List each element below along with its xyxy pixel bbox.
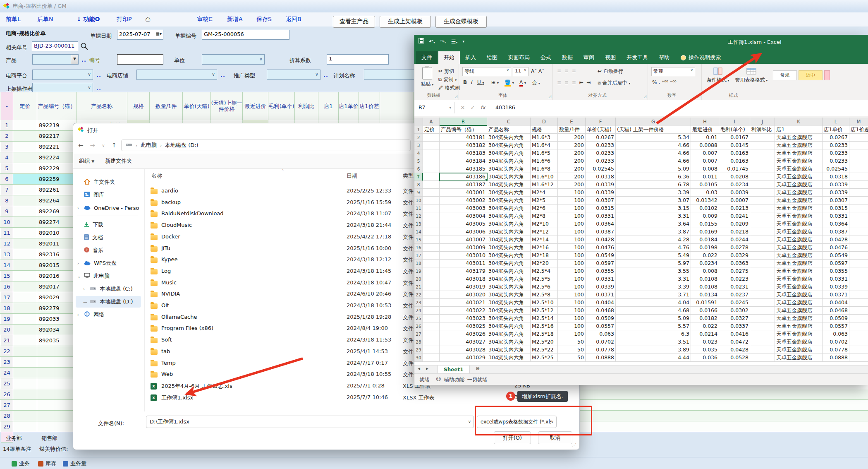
erp-grid-cell[interactable] [13,206,37,216]
cell-K12[interactable]: 天卓五金旗舰店 [775,212,823,220]
erp-grid-cell[interactable]: 892264 [37,195,77,206]
erp-grid-header-cell[interactable]: 最近进价 [243,92,268,120]
action-button-1[interactable]: 生成上架模板 [380,16,431,28]
format-painter-button[interactable]: 🖉 格式刷 [438,84,460,91]
cell-L30[interactable]: 0.0888 [823,354,849,362]
menu-item-2[interactable]: ↓ 功能O [77,16,100,23]
cell-K11[interactable]: 天卓五金旗舰店 [775,204,823,212]
cell-E14[interactable]: 100 [558,228,586,236]
cell-I26[interactable]: 0.0337 [719,322,750,330]
column-header-H[interactable]: H [691,118,719,126]
cell-J16[interactable] [750,244,775,252]
cell-G3[interactable]: 4.66 [616,142,691,149]
row-header-1[interactable]: 1 [414,126,423,134]
erp-row-number[interactable]: 22 [1,346,13,356]
cell-F6[interactable]: 0.02545 [586,165,616,173]
cell-K22[interactable]: 天卓五金旗舰店 [775,291,823,299]
cell-J12[interactable] [750,212,775,220]
row-header-19[interactable]: 19 [414,267,423,275]
cell-F17[interactable]: 0.0549 [586,252,616,260]
column-header-B[interactable]: B [440,118,487,126]
ribbon-tab-帮助[interactable]: 帮助 [653,51,675,64]
cell-F27[interactable]: 0.063 [586,330,616,338]
cell-E11[interactable]: 100 [558,204,586,212]
cell-L20[interactable]: 0.0331 [823,275,849,283]
erp-grid-cell[interactable] [37,411,77,421]
menu-item-0[interactable]: 前单L [6,16,21,23]
erp-grid-cell[interactable] [37,421,77,432]
erp-grid-cell[interactable] [37,357,77,367]
cell-K1[interactable]: 店1 [775,126,823,134]
font-launcher-icon[interactable]: ◿ [548,94,551,99]
save-icon[interactable] [418,38,424,45]
cell-E15[interactable]: 100 [558,236,586,244]
number-format-select[interactable]: 常规∨ [651,67,695,76]
cell-H19[interactable]: 0.008 [691,267,719,275]
erp-grid-cell[interactable]: 892015 [37,260,77,270]
row-header-14[interactable]: 14 [414,228,423,236]
cell-B28[interactable]: 403027 [440,338,487,346]
cell-I24[interactable]: 0.0302 [719,307,750,315]
ribbon-tab-开发工具[interactable]: 开发工具 [621,51,653,64]
erp-grid-cell[interactable]: 892259 [37,174,77,184]
column-header-M[interactable]: M [849,118,868,126]
undo-icon[interactable]: ↶▾ [429,38,435,45]
erp-grid-cell[interactable] [13,346,37,356]
row-header-11[interactable]: 11 [414,204,423,212]
erp-grid-cell[interactable]: 892279 [37,303,77,313]
cell-M20[interactable] [849,275,868,283]
open-button[interactable]: 打开(O) [494,431,531,444]
erp-grid-cell[interactable] [13,217,37,227]
cell-E13[interactable]: 100 [558,220,586,228]
row-header-17[interactable]: 17 [414,252,423,260]
shop-more[interactable]: .. [220,72,225,78]
cell-K4[interactable]: 天卓五金旗舰店 [775,149,823,157]
cell-F2[interactable]: 0.0267 [586,134,616,142]
cell-B19[interactable]: 403179 [440,267,487,275]
row-header-23[interactable]: 23 [414,299,423,307]
cell-E10[interactable]: 100 [558,197,586,204]
platform-more[interactable]: .. [96,72,101,78]
cell-E2[interactable]: 200 [558,134,586,142]
cell-J13[interactable] [750,220,775,228]
cell-L16[interactable]: 0.0476 [823,244,849,252]
cell-D28[interactable]: M2.5*20 [531,338,558,346]
back-icon[interactable]: ← [78,142,84,149]
paste-button[interactable]: 粘贴 ▾ [418,66,437,93]
cell-J28[interactable] [750,338,775,346]
ref-input[interactable]: BJD-23-000011 [32,41,78,51]
cell-D3[interactable]: M1.6*4 [531,142,558,149]
erp-grid-cell[interactable] [13,421,37,432]
cell-J30[interactable] [750,354,775,362]
number-launcher-icon[interactable]: ◿ [697,94,700,99]
cell-style-moderate[interactable]: 适中 [799,70,823,80]
erp-grid-cell[interactable] [13,378,37,389]
erp-grid-header-cell[interactable]: 店1价差 [359,92,380,120]
cell-L3[interactable]: 0.0233 [823,142,849,149]
cell-B23[interactable]: 403021 [440,299,487,307]
cell-J17[interactable] [750,252,775,260]
cell-D12[interactable]: M2*8 [531,212,558,220]
cell-F30[interactable]: 0.0888 [586,354,616,362]
cell-L12[interactable]: 0.0331 [823,212,849,220]
cell-C1[interactable]: 产品名称 [487,126,531,134]
cell-B17[interactable]: 403010 [440,252,487,260]
erp-row-number[interactable]: 6 [1,174,13,184]
cell-D29[interactable]: M2.5*22 [531,346,558,354]
row-header-4[interactable]: 4 [414,149,423,157]
cell-D9[interactable]: M2*4 [531,189,558,197]
cancel-entry-icon[interactable]: ✕ [461,102,465,113]
filetype-dropdown[interactable]: excel或wps表格数据文件 (*.xls∨ [477,416,557,428]
erp-grid-cell[interactable] [37,378,77,389]
cell-styles-gallery[interactable]: 常规适中 [773,70,832,80]
cell-I8[interactable]: 0.0234 [719,181,750,189]
cell-L29[interactable]: 0.0778 [823,346,849,354]
row-header-12[interactable]: 12 [414,212,423,220]
cell-I17[interactable]: 0.0329 [719,252,750,260]
cell-H11[interactable]: 0.0102 [691,204,719,212]
cell-M6[interactable] [849,165,868,173]
cell-K2[interactable]: 天卓五金旗舰店 [775,134,823,142]
cell-I9[interactable]: 0.0039 [719,189,750,197]
cell-K26[interactable]: 天卓五金旗舰店 [775,322,823,330]
menu-item-right-1[interactable]: 新增A [227,16,243,23]
